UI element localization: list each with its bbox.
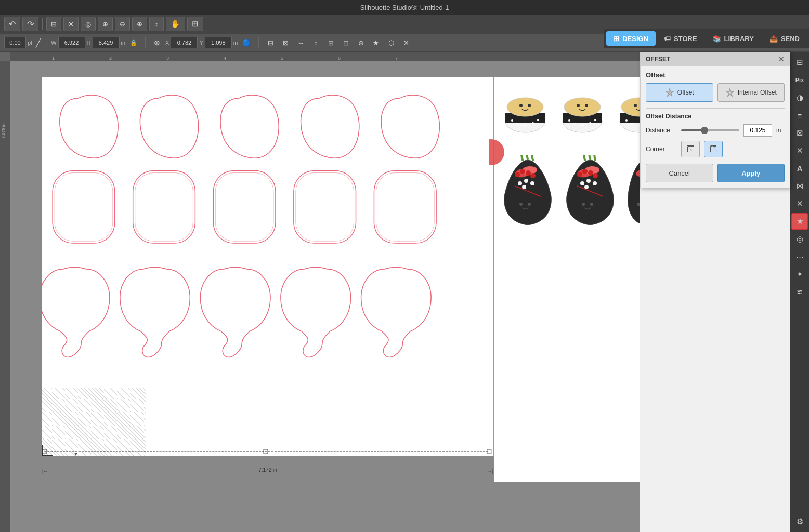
y-input[interactable] — [205, 37, 232, 48]
svg-point-66 — [577, 172, 582, 177]
corner-round-btn[interactable] — [704, 141, 723, 157]
svg-rect-6 — [294, 171, 356, 244]
sidebar-icon-text[interactable]: A — [791, 160, 808, 177]
title-bar: Silhouette Studio®: Untitled-1 — [0, 0, 809, 15]
pan-btn[interactable]: ✋ — [166, 17, 185, 31]
corner-sharp-btn[interactable] — [681, 141, 700, 157]
distance-slider-thumb[interactable] — [701, 127, 708, 134]
width-input[interactable] — [58, 37, 85, 48]
offset-star-icon — [665, 88, 674, 97]
star-btn[interactable]: ★ — [369, 36, 383, 49]
tab-library[interactable]: 📚 LIBRARY — [706, 31, 761, 46]
tab-design[interactable]: ⊞ DESIGN — [606, 31, 656, 46]
crosshatch-margin — [42, 388, 146, 456]
cube-btn[interactable]: ⬡ — [384, 36, 398, 49]
delete-btn[interactable]: ✕ — [63, 17, 79, 31]
sidebar-icon-pixscan[interactable]: ◎ — [791, 231, 808, 247]
sidebar-icon-modify[interactable]: ✕ — [791, 142, 808, 159]
right-sidebar: ⊟ Pix ◑ ≡ ⊠ ✕ A ⋈ ✕ ★ ◎ ⋯ ✦ ≋ ⚙ — [790, 52, 809, 532]
canvas-wrapper[interactable]: 1 2 3 4 5 6 7 8.679 in — [0, 52, 640, 532]
offset-close-btn[interactable]: ✕ — [778, 55, 785, 63]
ungroup-btn[interactable]: ⊡ — [339, 36, 353, 49]
sidebar-icon-favorites[interactable]: ★ — [791, 213, 808, 230]
height-input[interactable] — [93, 37, 120, 48]
svg-rect-12 — [487, 449, 491, 454]
zoom-in2-btn[interactable]: ⊕ — [132, 17, 147, 31]
svg-point-31 — [581, 124, 583, 126]
flip-h-btn[interactable]: ↔ — [294, 36, 307, 49]
offset-distance-section: Offset Distance Distance in Corner — [646, 108, 785, 157]
undo-btn[interactable]: ↶ — [4, 17, 20, 31]
svg-point-16 — [507, 98, 543, 116]
cancel-button[interactable]: Cancel — [646, 164, 713, 182]
svg-rect-8 — [374, 171, 436, 244]
svg-rect-3 — [135, 172, 193, 241]
svg-point-22 — [532, 122, 534, 124]
right-panel: OFFSET ✕ Offset Offset — [640, 52, 790, 532]
grid-btn[interactable]: ⊞ — [46, 17, 61, 31]
internal-offset-star-icon — [725, 88, 735, 97]
add-btn[interactable]: ⊞ — [187, 17, 203, 31]
sushi-nigiri-2 — [556, 82, 608, 134]
size-group: W H in 🔒 — [51, 36, 140, 49]
pos-lock-btn[interactable]: 🔵 — [239, 36, 254, 49]
sidebar-icon-hatch[interactable]: ≋ — [791, 284, 808, 300]
x-input[interactable] — [171, 37, 198, 48]
redo-btn[interactable]: ↷ — [22, 17, 38, 31]
sidebar-icon-layers[interactable]: ⊟ — [791, 54, 808, 71]
canvas[interactable]: ▼ |← →| 7.172 in — [10, 61, 640, 532]
corner-label: Corner — [646, 145, 677, 153]
svg-point-29 — [568, 119, 570, 122]
sidebar-icon-replicate[interactable]: ⊠ — [791, 125, 808, 141]
stroke-unit-label: pt — [28, 39, 32, 46]
sidebar-icon-settings[interactable]: ⚙ — [791, 513, 808, 530]
sidebar-icon-pix[interactable]: Pix — [791, 72, 808, 88]
stroke-width-input[interactable] — [4, 37, 26, 48]
apply-button[interactable]: Apply — [717, 164, 785, 182]
close-btn[interactable]: ✕ — [399, 36, 413, 49]
zoom-fit-btn[interactable]: ⊕ — [98, 17, 113, 31]
bring-front-btn[interactable]: ⊕ — [354, 36, 368, 49]
offset-type-btn[interactable]: Offset — [646, 83, 713, 102]
height-label: H — [87, 39, 91, 46]
sushi-handroll-2 — [562, 155, 619, 228]
sidebar-icon-knife[interactable]: ✕ — [791, 195, 808, 212]
zoom-out-btn[interactable]: ⊖ — [115, 17, 130, 31]
offset-title-bar: OFFSET ✕ — [641, 52, 790, 66]
svg-rect-5 — [215, 172, 273, 241]
tab-send[interactable]: 📤 SEND — [762, 31, 807, 46]
svg-point-54 — [520, 169, 525, 174]
offset-content: Offset Offset — [641, 66, 790, 188]
offset-btn-label: Offset — [677, 89, 694, 96]
target-btn[interactable]: ◎ — [81, 17, 96, 31]
align-group: ⊟ ⊠ ↔ ↕ ⊞ ⊡ ⊕ ★ ⬡ ✕ — [264, 36, 413, 49]
svg-point-47 — [524, 179, 528, 183]
align-center-btn[interactable]: ⊠ — [279, 36, 292, 49]
svg-point-59 — [580, 181, 584, 185]
sidebar-icon-dots[interactable]: ⋯ — [791, 248, 808, 265]
svg-point-18 — [528, 104, 531, 107]
x-label: X — [165, 39, 169, 46]
distance-value-input[interactable] — [743, 124, 772, 137]
distance-slider[interactable] — [681, 129, 739, 131]
sidebar-icon-align[interactable]: ≡ — [791, 107, 808, 124]
svg-point-55 — [526, 170, 531, 176]
align-left-btn[interactable]: ⊟ — [264, 36, 277, 49]
lock-ratio-btn[interactable]: 🔒 — [127, 36, 140, 49]
offset-type-row: Offset Internal Offset — [646, 83, 785, 102]
sidebar-icon-fill[interactable]: ◑ — [791, 89, 808, 106]
page: ▼ |← →| 7.172 in — [42, 77, 494, 456]
internal-offset-btn-label: Internal Offset — [738, 89, 777, 96]
stroke-group: pt ╱ — [4, 37, 41, 48]
tab-store[interactable]: 🏷 STORE — [657, 31, 704, 46]
sidebar-icon-weld[interactable]: ⋈ — [791, 178, 808, 194]
svg-point-49 — [522, 185, 526, 189]
sidebar-icon-star2[interactable]: ✦ — [791, 266, 808, 283]
flip-v-btn[interactable]: ↕ — [309, 36, 322, 49]
move-btn[interactable]: ↕ — [149, 17, 164, 31]
svg-point-61 — [593, 181, 597, 185]
internal-offset-type-btn[interactable]: Internal Offset — [717, 83, 785, 102]
group-btn[interactable]: ⊞ — [324, 36, 337, 49]
svg-point-37 — [634, 104, 637, 107]
svg-point-60 — [586, 179, 591, 183]
